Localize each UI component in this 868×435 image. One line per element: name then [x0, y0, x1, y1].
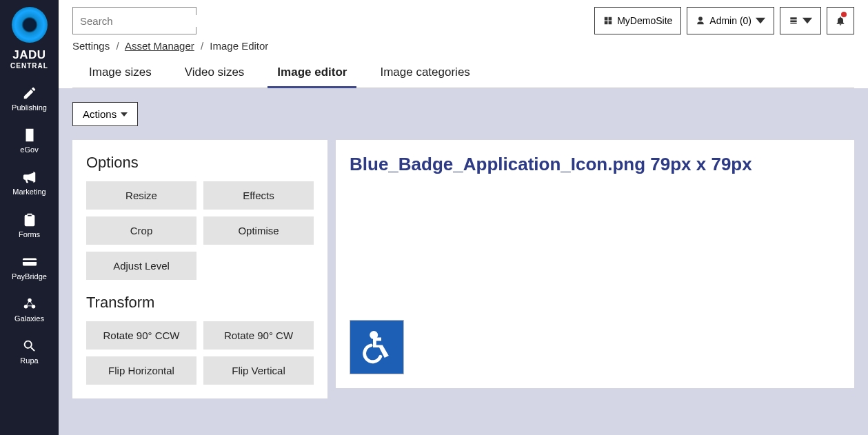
breadcrumb: Settings / Asset Manager / Image Editor: [72, 40, 854, 52]
notifications-button[interactable]: [827, 7, 854, 34]
clipboard-icon: [22, 212, 37, 227]
crumb-image-editor: Image Editor: [210, 40, 268, 52]
crumb-settings[interactable]: Settings: [72, 40, 110, 52]
transform-heading: Transform: [86, 294, 314, 312]
image-preview: [350, 320, 404, 374]
crumb-asset-manager[interactable]: Asset Manager: [125, 40, 194, 52]
nodes-icon: [22, 296, 37, 312]
svg-point-1: [24, 19, 35, 30]
notification-dot: [841, 12, 847, 17]
optimise-button[interactable]: Optimise: [203, 216, 314, 245]
image-title: Blue_Badge_Application_Icon.png 79px x 7…: [350, 154, 840, 175]
brand-logo[interactable]: JADU CENTRAL: [10, 6, 49, 70]
tools-panel: Options Resize Effects Crop Optimise Adj…: [72, 140, 327, 398]
card-icon: [22, 254, 37, 270]
tabs: Image sizes Video sizes Image editor Ima…: [72, 60, 854, 88]
search-box[interactable]: [72, 7, 196, 34]
caret-down-icon: [803, 16, 812, 26]
nav-rupa[interactable]: Rupa: [0, 331, 59, 373]
nav-marketing[interactable]: Marketing: [0, 162, 59, 204]
tab-image-categories[interactable]: Image categories: [377, 60, 472, 88]
building-icon: [22, 128, 37, 143]
flip-horizontal-button[interactable]: Flip Horizontal: [86, 356, 196, 385]
storage-icon: [789, 16, 798, 26]
layout-icon: [603, 16, 613, 26]
svg-point-3: [23, 305, 28, 309]
nav-paybridge[interactable]: PayBridge: [0, 247, 59, 289]
options-heading: Options: [86, 154, 314, 172]
sidebar: JADU CENTRAL Publishing eGov Marketing F…: [0, 0, 59, 435]
user-menu[interactable]: Admin (0): [687, 7, 774, 34]
nav-publishing[interactable]: Publishing: [0, 78, 59, 120]
rotate-cw-button[interactable]: Rotate 90° CW: [203, 321, 314, 350]
tab-video-sizes[interactable]: Video sizes: [182, 60, 248, 88]
storage-menu[interactable]: [780, 7, 821, 34]
rotate-ccw-button[interactable]: Rotate 90° CCW: [86, 321, 196, 350]
nav-galaxies[interactable]: Galaxies: [0, 289, 59, 331]
bullhorn-icon: [22, 170, 37, 185]
site-selector[interactable]: MyDemoSite: [594, 7, 681, 34]
actions-dropdown[interactable]: Actions: [72, 102, 138, 126]
svg-point-4: [31, 305, 35, 309]
preview-panel: Blue_Badge_Application_Icon.png 79px x 7…: [336, 140, 854, 388]
nav-forms[interactable]: Forms: [0, 205, 59, 247]
nav-egov[interactable]: eGov: [0, 120, 59, 162]
brand-sub: CENTRAL: [10, 62, 48, 70]
brand-main: JADU: [12, 48, 46, 62]
flip-vertical-button[interactable]: Flip Vertical: [203, 356, 314, 385]
tab-image-sizes[interactable]: Image sizes: [86, 60, 154, 88]
accessibility-icon: [356, 327, 398, 368]
logo-icon: [10, 6, 49, 44]
effects-button[interactable]: Effects: [203, 181, 314, 210]
resize-button[interactable]: Resize: [86, 181, 196, 210]
topbar: MyDemoSite Admin (0): [59, 0, 868, 88]
caret-down-icon: [756, 16, 765, 26]
search-input[interactable]: [80, 15, 211, 27]
svg-point-2: [28, 299, 32, 303]
search-icon: [22, 338, 37, 354]
content-area: Actions Options Resize Effects Crop Opti…: [59, 88, 868, 435]
caret-down-icon: [121, 111, 128, 118]
tab-image-editor[interactable]: Image editor: [274, 60, 350, 88]
pencil-icon: [22, 85, 37, 101]
adjust-level-button[interactable]: Adjust Level: [86, 252, 196, 280]
user-icon: [696, 16, 705, 26]
crop-button[interactable]: Crop: [86, 216, 196, 245]
